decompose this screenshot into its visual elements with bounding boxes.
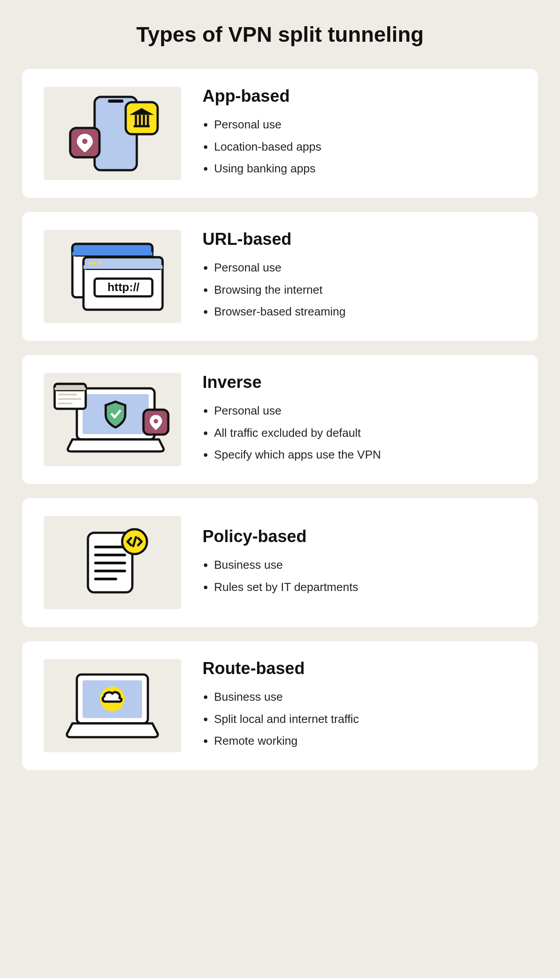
browser-windows-icon: http://: [59, 239, 166, 314]
list-item: All traffic excluded by default: [214, 422, 516, 444]
card-route-based: Route-based Business use Split local and…: [22, 641, 538, 770]
svg-rect-2: [108, 100, 123, 103]
laptop-cloud-icon: [59, 668, 166, 743]
card-heading: Policy-based: [203, 527, 516, 546]
list-item: Browser-based streaming: [214, 301, 516, 323]
card-heading: Route-based: [203, 659, 516, 678]
page-title: Types of VPN split tunneling: [22, 22, 538, 47]
list-item: Remote working: [214, 730, 516, 752]
document-code-icon: [68, 525, 157, 600]
svg-point-18: [93, 262, 96, 264]
card-heading: Inverse: [203, 373, 516, 392]
svg-point-19: [98, 262, 100, 264]
card-inverse: Inverse Personal use All traffic exclude…: [22, 355, 538, 484]
laptop-shield-pin-icon: [50, 379, 175, 459]
svg-point-17: [89, 262, 91, 264]
list-item: Split local and internet traffic: [214, 708, 516, 730]
list-item: Business use: [214, 554, 516, 576]
list-item: Rules set by IT departments: [214, 576, 516, 598]
url-based-illustration: http://: [44, 230, 181, 323]
svg-rect-16: [83, 265, 163, 269]
bullet-list: Business use Split local and internet tr…: [203, 686, 516, 752]
svg-point-31: [154, 419, 158, 423]
bullet-list: Business use Rules set by IT departments: [203, 554, 516, 598]
svg-rect-26: [55, 387, 86, 390]
phone-bank-pin-icon: [61, 93, 163, 173]
card-policy-based: Policy-based Business use Rules set by I…: [22, 498, 538, 627]
card-url-based: http:// URL-based Personal use Browsing …: [22, 212, 538, 341]
list-item: Using banking apps: [214, 158, 516, 180]
app-based-illustration: [44, 87, 181, 180]
svg-rect-3: [126, 102, 158, 134]
card-app-based: App-based Personal use Location-based ap…: [22, 69, 538, 198]
bullet-list: Personal use All traffic excluded by def…: [203, 400, 516, 466]
list-item: Business use: [214, 686, 516, 708]
list-item: Personal use: [214, 400, 516, 422]
list-item: Personal use: [214, 114, 516, 136]
inverse-illustration: [44, 373, 181, 466]
bullet-list: Personal use Browsing the internet Brows…: [203, 257, 516, 323]
list-item: Specify which apps use the VPN: [214, 444, 516, 466]
list-item: Personal use: [214, 257, 516, 279]
list-item: Location-based apps: [214, 136, 516, 158]
list-item: Browsing the internet: [214, 279, 516, 301]
svg-point-10: [82, 139, 87, 144]
policy-based-illustration: [44, 516, 181, 609]
bullet-list: Personal use Location-based apps Using b…: [203, 114, 516, 180]
card-heading: App-based: [203, 87, 516, 106]
svg-text:http://: http://: [107, 280, 139, 294]
svg-rect-13: [72, 252, 152, 255]
card-heading: URL-based: [203, 230, 516, 249]
route-based-illustration: [44, 659, 181, 752]
